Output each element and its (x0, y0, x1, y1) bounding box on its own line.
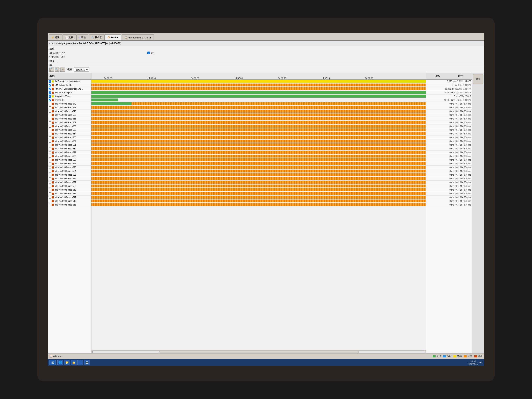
zoom-reset-button[interactable]: ⊙ (60, 68, 65, 72)
view-select[interactable]: 所有线程 (74, 68, 89, 72)
thread-list-item[interactable]: RMI Scheduler (0) (48, 83, 91, 87)
thread-list-item[interactable]: http-nio-9993-exec-517 (48, 196, 91, 199)
thread-list-item[interactable]: http-nio-9993-exec-530 (48, 147, 91, 151)
timeline-row[interactable] (91, 143, 426, 147)
scroll-thumb[interactable] (159, 351, 359, 353)
thread-list-item[interactable]: http-nio-9993-exec-532 (48, 139, 91, 143)
thread-checkbox[interactable] (49, 181, 51, 184)
taskbar-icon-5[interactable]: 💻 (84, 360, 90, 365)
thread-checkbox[interactable] (49, 192, 51, 195)
timeline-row[interactable] (91, 173, 426, 177)
thread-list-item[interactable]: http-nio-9993-exec-531 (48, 143, 91, 147)
timeline-row[interactable] (91, 181, 426, 184)
thread-list-item[interactable]: http-nio-9993-exec-518 (48, 192, 91, 196)
thread-list-item[interactable]: RMI TCP Connection(1)-192... (48, 87, 91, 91)
thread-list-item[interactable]: http-nio-9993-exec-537 (48, 121, 91, 125)
timeline-row[interactable] (91, 162, 426, 166)
timeline-row[interactable] (91, 136, 426, 139)
thread-checkbox[interactable] (49, 151, 51, 154)
thread-checkbox[interactable] (49, 103, 51, 105)
thread-list-item[interactable]: http-nio-9993-exec-539 (48, 113, 91, 117)
thread-checkbox[interactable] (49, 129, 51, 131)
tab-threads[interactable]: ≡ 线程 (76, 34, 88, 40)
timeline-row[interactable] (91, 147, 426, 151)
thread-checkbox[interactable] (49, 133, 51, 135)
thread-list-item[interactable]: http-nio-9993-exec-538 (48, 117, 91, 121)
thread-list-item[interactable]: http-nio-9993-exec-521 (48, 181, 91, 184)
thread-checkbox[interactable] (49, 196, 51, 199)
thread-list-item[interactable]: http-nio-9993-exec-542 (48, 102, 91, 106)
thread-checkbox[interactable] (49, 125, 51, 128)
thread-list-item[interactable]: http-nio-9993-exec-536 (48, 125, 91, 128)
thread-checkbox[interactable] (49, 88, 51, 90)
timeline-row[interactable] (91, 95, 426, 98)
thread-checkbox[interactable] (49, 106, 51, 109)
show-threads-checkbox[interactable] (147, 51, 150, 54)
timeline-row[interactable] (91, 83, 426, 87)
thread-checkbox[interactable] (49, 110, 51, 113)
timeline-row[interactable] (91, 80, 426, 83)
timeline-row[interactable] (91, 184, 426, 188)
zoom-in-button[interactable]: 🔍+ (50, 68, 54, 72)
taskbar-icon-2[interactable]: 📁 (64, 360, 70, 365)
threads-button[interactable]: 线程 (473, 74, 483, 84)
start-button[interactable]: ⊞ (50, 360, 56, 365)
scroll-area[interactable] (91, 350, 426, 353)
thread-checkbox[interactable] (49, 200, 51, 203)
timeline-row[interactable] (91, 128, 426, 132)
thread-list-item[interactable]: http-nio-9993-exec-526 (48, 162, 91, 166)
timeline-row[interactable] (91, 121, 426, 125)
thread-checkbox[interactable] (49, 95, 51, 98)
timeline-row[interactable] (91, 102, 426, 106)
thread-list-item[interactable]: http-nio-9993-exec-534 (48, 132, 91, 136)
thread-list-item[interactable]: http-nio-9993-exec-541 (48, 106, 91, 109)
thread-checkbox[interactable] (49, 140, 51, 143)
thread-checkbox[interactable] (49, 114, 51, 116)
tab-monitor[interactable]: 📈 监视 (63, 34, 76, 40)
timeline-row[interactable] (91, 139, 426, 143)
timeline-row[interactable] (91, 177, 426, 181)
thread-checkbox[interactable] (49, 166, 51, 169)
timeline-row[interactable] (91, 196, 426, 199)
thread-checkbox[interactable] (49, 177, 51, 180)
timeline-row[interactable] (91, 87, 426, 91)
thread-list-item[interactable]: Keep-Alive-Timer (48, 95, 91, 98)
thread-list-item[interactable]: JMX server connection time (48, 80, 91, 83)
timeline-row[interactable] (91, 91, 426, 95)
thread-list-item[interactable]: http-nio-9993-exec-533 (48, 136, 91, 139)
timeline-row[interactable] (91, 188, 426, 192)
thread-checkbox[interactable] (49, 118, 51, 120)
thread-checkbox[interactable] (49, 155, 51, 158)
thread-list-item[interactable]: http-nio-9993-exec-528 (48, 154, 91, 158)
thread-checkbox[interactable] (49, 144, 51, 146)
timeline-row[interactable] (91, 166, 426, 169)
thread-list-item[interactable]: http-nio-9993-exec-516 (48, 199, 91, 203)
thread-checkbox[interactable] (49, 91, 51, 94)
scroll-track[interactable] (92, 351, 425, 353)
thread-list-item[interactable]: http-nio-9993-exec-527 (48, 158, 91, 162)
taskbar-icon-3[interactable]: 🔒 (71, 360, 76, 365)
timeline-row[interactable] (91, 106, 426, 109)
thread-list-item[interactable]: http-nio-9993-exec-540 (48, 109, 91, 113)
timeline-row[interactable] (91, 98, 426, 102)
tab-threaddump[interactable]: 📋 [threaddump] 14:36:38 (122, 34, 154, 40)
thread-checkbox[interactable] (49, 163, 51, 165)
timeline-row[interactable] (91, 154, 426, 158)
tab-telemetry[interactable]: ⚡ 遥测 (49, 34, 62, 40)
thread-checkbox[interactable] (49, 84, 51, 86)
thread-list-item[interactable]: RMI TCP Accept-0 (48, 91, 91, 95)
thread-checkbox[interactable] (49, 185, 51, 187)
thread-checkbox[interactable] (49, 136, 51, 139)
thread-checkbox[interactable] (49, 204, 51, 206)
timeline-row[interactable] (91, 132, 426, 136)
thread-checkbox[interactable] (49, 147, 51, 150)
thread-list-item[interactable]: http-nio-9993-exec-522 (48, 177, 91, 181)
thread-list-item[interactable]: Thread-15 (48, 98, 91, 102)
thread-list-item[interactable]: http-nio-9993-exec-535 (48, 128, 91, 132)
timeline-row[interactable] (91, 169, 426, 173)
thread-list-item[interactable]: http-nio-9993-exec-524 (48, 169, 91, 173)
thread-list-item[interactable]: http-nio-9993-exec-520 (48, 184, 91, 188)
timeline-row[interactable] (91, 199, 426, 203)
timeline-row[interactable] (91, 125, 426, 128)
thread-checkbox[interactable] (49, 174, 51, 176)
